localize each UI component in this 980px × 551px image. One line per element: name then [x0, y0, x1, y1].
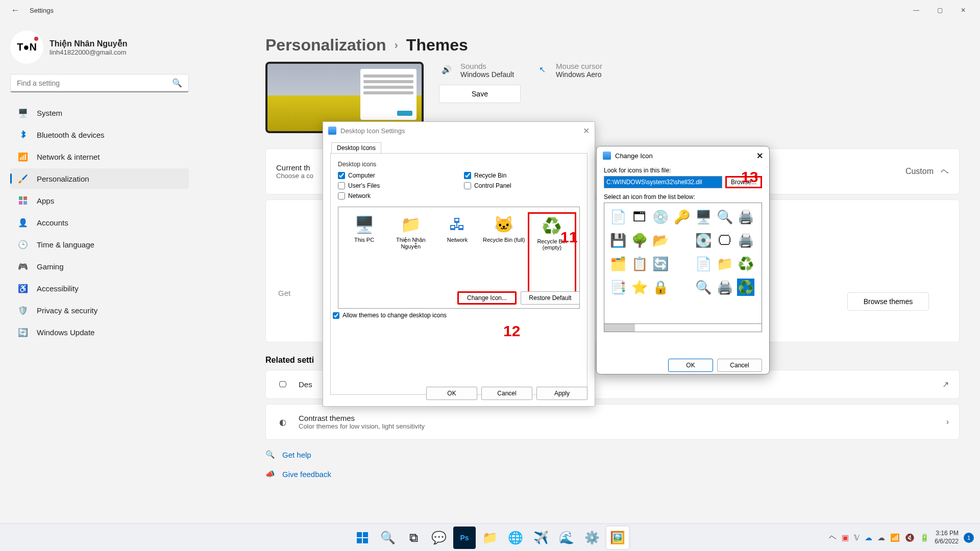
taskbar-search[interactable]: 🔍	[377, 527, 399, 549]
dialog-titlebar[interactable]: Desktop Icon Settings ✕	[323, 122, 595, 139]
taskbar-taskview[interactable]: ⧉	[402, 527, 425, 549]
checkbox-computer[interactable]	[338, 172, 345, 179]
tray-volume-icon[interactable]: 🔇	[905, 533, 915, 542]
tray-icon[interactable]: ▣	[842, 533, 849, 542]
grid-icon[interactable]	[673, 255, 691, 272]
icon-this-pc[interactable]: 🖥️This PC	[341, 212, 387, 303]
start-button[interactable]	[351, 527, 374, 549]
check-recycle-bin[interactable]: Recycle Bin	[464, 172, 580, 179]
ok-button[interactable]: OK	[426, 387, 477, 400]
grid-icon[interactable]: ⭐	[631, 279, 648, 296]
tab-desktop-icons[interactable]: Desktop Icons	[331, 142, 381, 153]
cursor-item[interactable]: ↖ Mouse cursorWindows Aero	[534, 62, 602, 79]
grid-icon[interactable]: ♻️	[737, 255, 754, 272]
taskbar-clock[interactable]: 3:16 PM 6/6/2022	[935, 530, 959, 545]
tray-wifi-icon[interactable]: 📶	[890, 533, 900, 542]
cancel-button[interactable]: Cancel	[717, 359, 762, 372]
sidebar-item-gaming[interactable]: 🎮Gaming	[10, 256, 189, 277]
sidebar-item-accessibility[interactable]: ♿Accessibility	[10, 278, 189, 298]
checkbox-allow-themes[interactable]	[333, 312, 339, 319]
breadcrumb-parent[interactable]: Personalization	[265, 36, 386, 55]
grid-icon[interactable]: 🔑	[673, 208, 691, 226]
icon-path-input[interactable]: C:\WINDOWS\system32\shell32.dll	[604, 176, 722, 188]
sidebar-item-update[interactable]: 🔄Windows Update	[10, 322, 189, 342]
icon-network[interactable]: 🖧Network	[434, 212, 480, 303]
grid-icon[interactable]: 🔍	[695, 279, 712, 296]
scrollbar-thumb[interactable]	[604, 324, 635, 332]
grid-icon[interactable]: 💿	[652, 208, 669, 226]
grid-icon[interactable]: 💾	[609, 232, 627, 249]
grid-icon[interactable]: 📂	[652, 232, 669, 249]
save-button[interactable]: Save	[439, 85, 521, 103]
cancel-button[interactable]: Cancel	[481, 387, 532, 400]
checkbox-userfiles[interactable]	[338, 182, 345, 189]
sidebar-item-network[interactable]: 📶Network & internet	[10, 146, 189, 167]
grid-icon[interactable]: 🔄	[652, 255, 669, 272]
restore-default-button[interactable]: Restore Default	[521, 291, 580, 305]
tray-weather-icon[interactable]: ☁	[877, 533, 885, 542]
grid-icon[interactable]: 🗔	[631, 208, 648, 226]
sidebar-item-system[interactable]: 🖥️System	[10, 103, 189, 123]
icon-recycle-full[interactable]: 🐱Recycle Bin (full)	[481, 212, 527, 303]
apply-button[interactable]: Apply	[536, 387, 587, 400]
checkbox-cpanel[interactable]	[464, 182, 471, 189]
grid-icon[interactable]: 📄	[695, 255, 712, 272]
grid-icon[interactable]: 💽	[695, 232, 712, 249]
tray-battery-icon[interactable]: 🔋	[920, 533, 929, 542]
dialog-close-button[interactable]: ✕	[756, 151, 763, 161]
grid-icon[interactable]: 📑	[609, 279, 627, 296]
back-button[interactable]: ←	[5, 5, 26, 16]
sidebar-item-privacy[interactable]: 🛡️Privacy & security	[10, 300, 189, 320]
taskbar-chrome[interactable]: 🌐	[504, 527, 527, 549]
grid-icon[interactable]: 🔍	[716, 208, 733, 226]
check-control-panel[interactable]: Control Panel	[464, 182, 580, 189]
taskbar-explorer[interactable]: 📁	[479, 527, 501, 549]
grid-icon[interactable]	[673, 279, 691, 296]
tray-icon[interactable]: 𝕍	[854, 533, 860, 542]
browse-themes-button[interactable]: Browse themes	[847, 292, 929, 311]
sounds-item[interactable]: 🔊 SoundsWindows Default	[439, 62, 514, 79]
notification-badge[interactable]: 1	[964, 533, 974, 543]
check-users-files[interactable]: User's Files	[338, 182, 454, 189]
browse-button[interactable]: Browse...	[725, 176, 762, 188]
grid-icon[interactable]: 🖨️	[737, 208, 754, 226]
tray-onedrive-icon[interactable]: ☁	[865, 533, 872, 542]
taskbar-settings[interactable]: ⚙️	[581, 527, 603, 549]
taskbar-edge[interactable]: 🌊	[555, 527, 578, 549]
check-computer[interactable]: Computer	[338, 172, 454, 179]
grid-icon[interactable]: 🖨️	[716, 279, 733, 296]
grid-icon-selected[interactable]: ♻️	[737, 279, 754, 296]
profile[interactable]: T●N Thiện Nhân Nguyễn linh41822000@gmail…	[10, 31, 189, 64]
taskbar-telegram[interactable]: ✈️	[530, 527, 552, 549]
grid-icon[interactable]: 🖨️	[737, 232, 754, 249]
dialog-titlebar[interactable]: Change Icon ✕	[597, 146, 769, 165]
ok-button[interactable]: OK	[668, 359, 713, 372]
grid-icon[interactable]: 📋	[631, 255, 648, 272]
sidebar-item-personalization[interactable]: 🖌️Personalization	[10, 168, 189, 189]
checkbox-recycle[interactable]	[464, 172, 471, 179]
grid-icon[interactable]: 🖥️	[695, 208, 712, 226]
allow-themes-check[interactable]: Allow themes to change desktop icons	[333, 312, 447, 319]
grid-icon[interactable]: 🖵	[716, 232, 733, 249]
grid-icon[interactable]: 🗂️	[609, 255, 627, 272]
sidebar-item-time[interactable]: 🕒Time & language	[10, 234, 189, 255]
contrast-themes-card[interactable]: ◐ Contrast themesColor themes for low vi…	[265, 404, 960, 440]
taskbar-photoshop[interactable]: Ps	[453, 527, 476, 549]
minimize-button[interactable]: —	[904, 2, 928, 18]
sidebar-item-accounts[interactable]: 👤Accounts	[10, 212, 189, 233]
icon-user-folder[interactable]: 📁Thiện Nhân Nguyễn	[388, 212, 433, 303]
icon-recycle-empty[interactable]: ♻️Recycle Bin (empty)	[528, 212, 576, 303]
icon-grid-scrollbar[interactable]	[604, 324, 762, 332]
grid-icon[interactable]: 🔒	[652, 279, 669, 296]
tray-chevron-icon[interactable]: ヘ	[829, 533, 837, 542]
grid-icon[interactable]: 📄	[609, 208, 627, 226]
grid-icon[interactable]: 📁	[716, 255, 733, 272]
dialog-close-button[interactable]: ✕	[583, 126, 590, 136]
grid-icon[interactable]	[673, 232, 691, 249]
chevron-up-icon[interactable]: ヘ	[941, 166, 949, 177]
grid-icon[interactable]: 🌳	[631, 232, 648, 249]
taskbar-teams[interactable]: 💬	[428, 527, 450, 549]
check-network[interactable]: Network	[338, 192, 454, 199]
checkbox-network[interactable]	[338, 192, 345, 199]
sidebar-item-apps[interactable]: Apps	[10, 190, 189, 211]
